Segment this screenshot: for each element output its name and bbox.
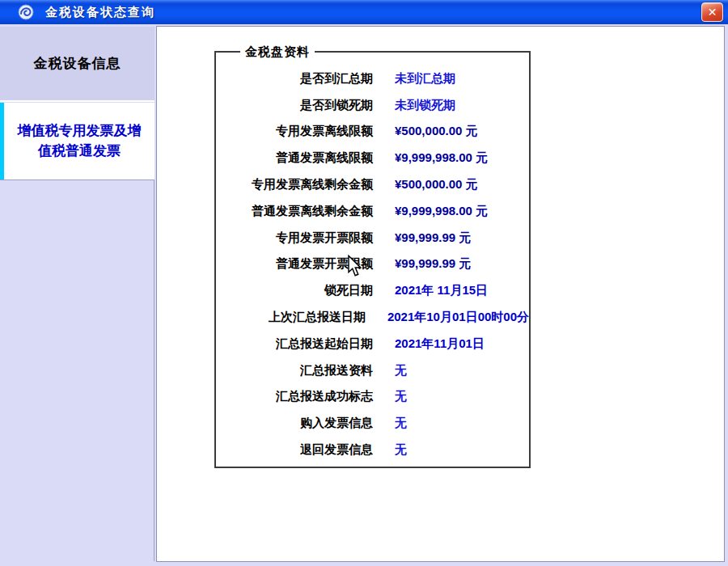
field-label: 汇总报送起始日期 (216, 336, 373, 352)
field-row: 普通发票离线剩余金额 ¥9,999,998.00 元 (216, 198, 529, 225)
field-label: 上次汇总报送日期 (216, 310, 366, 325)
field-label: 汇总报送资料 (216, 363, 373, 378)
field-value: 2021年10月01日00时00分 (387, 310, 529, 325)
sidebar-item-label: 金税设备信息 (34, 54, 121, 73)
field-row: 汇总报送起始日期 2021年11月01日 (216, 331, 529, 357)
field-value: ¥99,999.99 元 (395, 230, 471, 246)
field-label: 专用发票开票限额 (216, 230, 373, 246)
window-title: 金税设备状态查询 (45, 5, 155, 20)
field-value: 无 (395, 389, 407, 404)
field-label: 专用发票离线剩余金额 (216, 177, 373, 192)
field-value: 未到汇总期 (395, 71, 455, 87)
field-label: 专用发票离线限额 (216, 124, 373, 139)
field-row: 普通发票开票限额 ¥99,999.99 元 (216, 251, 529, 278)
golden-tax-disk-group: 金税盘资料 是否到汇总期 未到汇总期 是否到锁死期 未到锁死期 专用发票离线限额… (214, 51, 531, 468)
field-row: 退回发票信息 无 (216, 437, 529, 463)
field-label: 普通发票离线剩余金额 (216, 204, 373, 219)
field-row: 锁死日期 2021年 11月15日 (216, 277, 529, 304)
sidebar-filler-panel (0, 180, 154, 561)
field-value: 未到锁死期 (395, 98, 455, 113)
field-label: 购入发票信息 (216, 416, 373, 431)
field-row: 专用发票离线剩余金额 ¥500,000.00 元 (216, 171, 529, 198)
field-row: 购入发票信息 无 (216, 410, 529, 437)
field-value: 2021年 11月15日 (395, 283, 488, 298)
field-label: 普通发票离线限额 (216, 150, 373, 166)
field-value: ¥9,999,998.00 元 (395, 150, 488, 166)
field-row: 汇总报送成功标志 无 (216, 384, 529, 411)
field-row: 专用发票离线限额 ¥500,000.00 元 (216, 119, 529, 146)
field-value: ¥9,999,998.00 元 (395, 204, 488, 219)
field-value: ¥99,999.99 元 (395, 256, 471, 272)
sidebar: 金税设备信息 增值税专用发票及增值税普通发票 (0, 24, 156, 566)
app-icon (18, 4, 34, 20)
sidebar-item-vat-invoices[interactable]: 增值税专用发票及增值税普通发票 (0, 103, 154, 180)
field-rows: 是否到汇总期 未到汇总期 是否到锁死期 未到锁死期 专用发票离线限额 ¥500,… (216, 65, 529, 463)
field-label: 退回发票信息 (216, 442, 373, 458)
field-label: 是否到锁死期 (216, 98, 373, 113)
field-row: 专用发票开票限额 ¥99,999.99 元 (216, 225, 529, 251)
field-row: 是否到汇总期 未到汇总期 (216, 65, 529, 92)
field-label: 是否到汇总期 (216, 71, 373, 87)
sidebar-item-label: 增值税专用发票及增值税普通发票 (15, 121, 144, 161)
field-row: 汇总报送资料 无 (216, 357, 529, 384)
field-row: 普通发票离线限额 ¥9,999,998.00 元 (216, 145, 529, 171)
close-button[interactable]: ✕ (701, 2, 723, 22)
field-label: 汇总报送成功标志 (216, 389, 373, 404)
field-value: 无 (395, 416, 407, 431)
field-value: ¥500,000.00 元 (395, 177, 478, 192)
group-title: 金税盘资料 (240, 44, 315, 60)
sidebar-item-device-info[interactable]: 金税设备信息 (0, 27, 154, 102)
title-bar[interactable]: 金税设备状态查询 ✕ (0, 0, 728, 24)
field-value: 无 (395, 363, 407, 378)
main-panel: 金税盘资料 是否到汇总期 未到汇总期 是否到锁死期 未到锁死期 专用发票离线限额… (156, 26, 725, 562)
field-value: 无 (395, 442, 407, 458)
field-row: 是否到锁死期 未到锁死期 (216, 92, 529, 119)
window-root: 金税设备状态查询 ✕ 金税设备信息 增值税专用发票及增值税普通发票 金税盘资料 … (0, 0, 728, 566)
field-value: ¥500,000.00 元 (395, 124, 478, 139)
field-label: 普通发票开票限额 (216, 256, 373, 272)
field-label: 锁死日期 (216, 283, 373, 298)
field-row: 上次汇总报送日期 2021年10月01日00时00分 (216, 304, 529, 331)
close-icon: ✕ (708, 6, 717, 19)
field-value: 2021年11月01日 (395, 336, 485, 352)
